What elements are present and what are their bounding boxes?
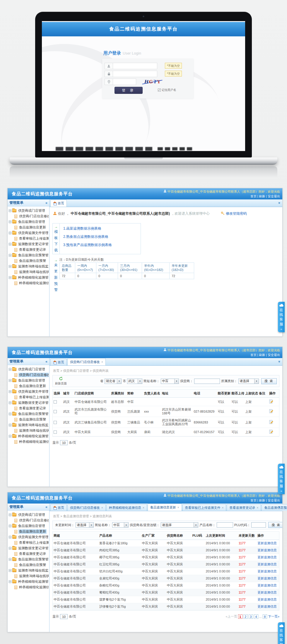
sidebar-item[interactable]: 供货商/门店信息修改 bbox=[8, 213, 49, 219]
collapse-expander-icon[interactable] bbox=[9, 368, 11, 371]
collapse-expander-icon[interactable] bbox=[9, 379, 11, 382]
online-service-tab[interactable]: 在线客服 bbox=[278, 464, 285, 494]
edit-icon[interactable] bbox=[269, 429, 274, 434]
prev-page-link[interactable]: «上一页 bbox=[226, 614, 237, 619]
sidebar-group[interactable]: 追溯数据变更记录管理 bbox=[8, 241, 49, 247]
username-input[interactable] bbox=[113, 63, 157, 69]
tab-item[interactable]: 供货商/门店信息修改× bbox=[67, 358, 106, 365]
collapse-expander-icon[interactable] bbox=[9, 232, 11, 234]
dropdown-arrow-icon[interactable] bbox=[117, 379, 121, 384]
captcha-input[interactable] bbox=[113, 79, 136, 85]
dropdown-arrow-icon[interactable] bbox=[254, 379, 259, 384]
dropdown-arrow-icon[interactable] bbox=[174, 379, 179, 384]
sidebar-header[interactable]: 管理菜单 bbox=[8, 504, 49, 511]
short-name-select[interactable]: 中百 bbox=[112, 522, 129, 528]
sidebar-item[interactable]: 供货商/门店信息修改 bbox=[8, 372, 49, 378]
online-service-tab[interactable]: 在线客服 bbox=[278, 622, 285, 644]
row-checkbox[interactable] bbox=[54, 400, 57, 404]
sidebar-item[interactable]: 供货商/门店信息修改 bbox=[8, 518, 49, 523]
sidebar-item[interactable]: 查看审核已上传追溯文件 bbox=[8, 394, 49, 400]
next-page-link[interactable]: 下一页» bbox=[268, 614, 279, 619]
sidebar-group[interactable]: 种养殖精细化追溯管理 bbox=[8, 579, 49, 584]
product-input[interactable] bbox=[217, 522, 233, 528]
sidebar-item[interactable]: 种养殖精细化追溯信息 bbox=[8, 439, 49, 445]
sidebar-item[interactable]: 食品追溯信息更新 bbox=[8, 529, 49, 534]
page-number[interactable]: 3 bbox=[249, 614, 253, 619]
sidebar-item[interactable]: 追溯查询终端在线状态 bbox=[8, 573, 49, 579]
sidebar-group[interactable]: 追溯数据变更记录管理 bbox=[8, 400, 49, 406]
sidebar-group[interactable]: 食品追溯信息管理 bbox=[8, 523, 49, 529]
collapse-expander-icon[interactable] bbox=[9, 209, 11, 212]
dropdown-arrow-icon[interactable] bbox=[89, 523, 93, 527]
sidebar-item[interactable]: 查看审核已上传追溯文件 bbox=[8, 236, 49, 241]
dropdown-arrow-icon[interactable] bbox=[124, 523, 128, 527]
collapse-expander-icon[interactable] bbox=[9, 580, 11, 583]
refresh-page-button[interactable]: 刷新页面 bbox=[55, 377, 67, 386]
sidebar-group[interactable]: 食品追溯信息管理 bbox=[8, 378, 49, 383]
sidebar-item[interactable]: 查看追溯变更记录 bbox=[8, 247, 49, 252]
sidebar-item[interactable]: 种养殖精细化追溯信息 bbox=[8, 584, 49, 590]
close-icon[interactable]: × bbox=[101, 506, 103, 509]
sidebar-group[interactable]: 供货商追溯文件管理 bbox=[8, 389, 49, 394]
sidebar-item[interactable]: 追溯查询终端在线状态 bbox=[8, 269, 49, 275]
sidebar-group[interactable]: 追溯查询终端在线监测 bbox=[8, 264, 49, 269]
change-password-link[interactable]: 修改登陆密码 bbox=[221, 211, 247, 216]
tab-item[interactable]: 查看追溯变更记录× bbox=[227, 504, 261, 511]
close-icon[interactable]: × bbox=[257, 506, 258, 509]
sidebar-group[interactable]: 供货商或门店管理 bbox=[8, 367, 49, 372]
sidebar-group[interactable]: 追溯数据变更记录管理 bbox=[8, 545, 49, 551]
update-trace-link[interactable]: 更新追溯信息 bbox=[257, 561, 279, 568]
sidebar-header[interactable]: 管理菜单 bbox=[8, 358, 49, 365]
tab-item[interactable]: 查看审核已上传追溯文件× bbox=[182, 504, 226, 511]
password-input[interactable] bbox=[113, 71, 157, 77]
row-checkbox[interactable] bbox=[54, 431, 57, 434]
plu-input[interactable] bbox=[251, 522, 266, 528]
update-trace-link[interactable]: 更新追溯信息 bbox=[257, 596, 279, 603]
template-link[interactable]: 2.熟食面点追溯数据示例表格 bbox=[63, 234, 112, 239]
collapse-expander-icon[interactable] bbox=[9, 547, 11, 550]
sidebar-item[interactable]: 查看追溯变更记录 bbox=[8, 406, 49, 411]
update-trace-link[interactable]: 更新追溯信息 bbox=[257, 554, 279, 561]
header-nav-links[interactable]: 首页 | 刷新 | 安全退出 bbox=[163, 498, 280, 503]
dropdown-arrow-icon[interactable] bbox=[138, 379, 142, 384]
sidebar-group[interactable]: 供货商追溯文件管理 bbox=[8, 230, 49, 236]
collapse-expander-icon[interactable] bbox=[9, 401, 11, 404]
close-icon[interactable]: × bbox=[222, 506, 224, 509]
sidebar-group[interactable]: 供货商或门店管理 bbox=[8, 208, 49, 213]
page-number[interactable]: 8 bbox=[263, 614, 267, 619]
update-trace-link[interactable]: 更新追溯信息 bbox=[257, 575, 279, 582]
tab-item[interactable]: 食品追溯信息预警× bbox=[262, 504, 287, 511]
sidebar-group[interactable]: 种养殖精细化追溯管理 bbox=[8, 433, 49, 439]
collapse-expander-icon[interactable] bbox=[9, 243, 11, 245]
sidebar-group[interactable]: 食品追溯信息管理 bbox=[8, 219, 49, 225]
sidebar-item[interactable]: 食品追溯信息更新 bbox=[8, 225, 49, 230]
category-select[interactable]: 请选择 bbox=[238, 379, 259, 384]
tab-home[interactable]: 首页 bbox=[50, 199, 67, 207]
update-trace-link[interactable]: 更新追溯信息 bbox=[257, 603, 279, 610]
close-icon[interactable]: × bbox=[143, 506, 144, 509]
close-icon[interactable]: × bbox=[177, 506, 179, 509]
sidebar-group[interactable]: 食品追溯信息预警管理 bbox=[8, 411, 49, 417]
update-trace-link[interactable]: 更新追溯信息 bbox=[257, 589, 279, 596]
city-select[interactable]: 武汉 bbox=[127, 379, 142, 384]
update-trace-link[interactable]: 更新追溯信息 bbox=[257, 582, 279, 589]
sidebar-item[interactable]: 追溯查询终端在线状态 bbox=[8, 428, 49, 433]
edit-icon[interactable] bbox=[269, 420, 274, 424]
header-nav-links[interactable]: 首页 | 刷新 | 安全退出 bbox=[163, 194, 280, 199]
sidebar-group[interactable]: 食品追溯信息预警管理 bbox=[8, 557, 49, 562]
sidebar-header[interactable]: 管理菜单 bbox=[8, 199, 49, 206]
tab-home[interactable]: 首页 bbox=[50, 359, 67, 365]
tab-item[interactable]: 供货商/门店信息修改× bbox=[67, 504, 106, 511]
page-size-input[interactable]: 10 bbox=[60, 614, 68, 619]
collapse-expander-icon[interactable] bbox=[9, 265, 11, 268]
tab-home[interactable]: 首页 bbox=[50, 504, 67, 511]
tab-item[interactable]: 种养殖精细化追溯信息× bbox=[106, 504, 147, 511]
sidebar-group[interactable]: 追溯查询终端在线监测 bbox=[8, 568, 49, 573]
close-icon[interactable]: × bbox=[101, 360, 103, 364]
sidebar-group[interactable]: 食品追溯信息预警管理 bbox=[8, 252, 49, 258]
login-button[interactable]: 登 录 bbox=[115, 87, 143, 94]
collapse-expander-icon[interactable] bbox=[9, 569, 11, 572]
remember-username[interactable]: ✓ 记住用户名 bbox=[158, 88, 176, 92]
sidebar-item[interactable]: 查看追溯变更记录 bbox=[8, 551, 49, 557]
collapse-expander-icon[interactable] bbox=[9, 513, 11, 516]
